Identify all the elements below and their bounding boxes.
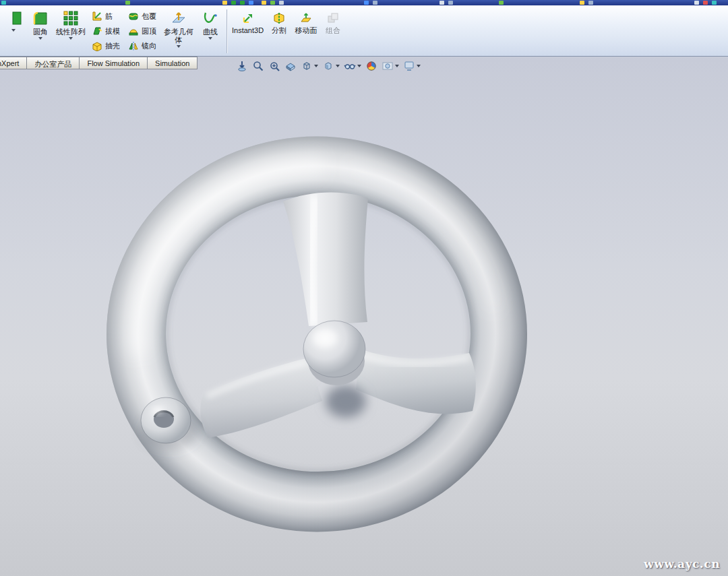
split-icon [272, 11, 286, 25]
mirror-button[interactable]: 镜向 [125, 38, 159, 53]
partial-button[interactable] [0, 7, 27, 56]
toolbar-fragment-icon[interactable] [249, 1, 253, 5]
graphics-viewport[interactable]: nXpert 办公室产品 Flow Simulation Simulation [0, 57, 728, 576]
apply-scene-button[interactable] [382, 60, 399, 72]
fillet-icon [32, 9, 49, 27]
chevron-down-icon [69, 37, 73, 40]
draft-icon [92, 26, 102, 36]
zoom-area-button[interactable] [252, 60, 264, 72]
linear-pattern-icon [62, 9, 80, 27]
toolbar-fragment-icon[interactable] [703, 1, 708, 5]
reference-geometry-button[interactable]: 参考几何体 [160, 7, 197, 56]
toolbar-fragment-icon[interactable] [364, 1, 369, 5]
button-label: 曲线 [203, 28, 218, 36]
tab-dimxpert[interactable]: nXpert [0, 57, 27, 69]
curves-button[interactable]: 曲线 [197, 7, 224, 56]
toolbar-fragment-icon[interactable] [222, 1, 227, 5]
toolbar-fragment-icon[interactable] [1, 1, 6, 5]
zoom-area-icon [252, 60, 264, 72]
menubar-strip [0, 0, 728, 5]
move-face-button[interactable]: 移动面 [293, 7, 320, 56]
tab-flow-simulation[interactable]: Flow Simulation [80, 57, 148, 69]
reference-geometry-icon [170, 9, 187, 27]
handwheel-spoke-top[interactable] [283, 192, 368, 326]
mirror-icon [128, 40, 139, 51]
shell-icon [92, 40, 102, 51]
watermark: www.ayc.cn [644, 557, 720, 571]
apply-scene-icon [382, 60, 394, 72]
button-label: 圆顶 [142, 26, 156, 36]
chevron-down-icon [208, 37, 212, 40]
toolbar-fragment-icon[interactable] [580, 1, 584, 5]
button-label: 镜向 [142, 41, 156, 51]
hide-show-items-icon [344, 60, 356, 72]
toolbar-fragment-icon[interactable] [712, 1, 717, 5]
ribbon-toolbar: 圆角 线性阵列 [0, 5, 728, 57]
chevron-down-icon [357, 65, 361, 67]
ribbon-separator [226, 9, 227, 53]
clipped-feature-icon [5, 9, 22, 27]
previous-view-button[interactable] [268, 60, 280, 72]
wrap-icon [128, 11, 139, 22]
combine-button[interactable]: 组合 [320, 7, 346, 56]
knob-highlight [152, 408, 163, 414]
toolbar-fragment-icon[interactable] [588, 1, 593, 5]
commandmanager-tabs: nXpert 办公室产品 Flow Simulation Simulation [0, 57, 198, 69]
view-settings-button[interactable] [403, 60, 421, 72]
instant3d-icon [241, 11, 255, 25]
tab-office-products[interactable]: 办公室产品 [27, 57, 80, 69]
section-view-icon [284, 60, 297, 72]
application-window: 圆角 线性阵列 [0, 0, 728, 576]
view-orientation-button[interactable] [301, 60, 318, 72]
button-label: 抽壳 [105, 41, 120, 51]
toolbar-fragment-icon[interactable] [373, 1, 377, 5]
toolbar-fragment-icon[interactable] [231, 1, 236, 5]
ribbon-small-group: 筋 拔模 抽壳 [88, 7, 124, 56]
chevron-down-icon [336, 65, 340, 67]
toolbar-fragment-icon[interactable] [694, 1, 699, 5]
display-style-button[interactable] [322, 60, 340, 72]
handwheel-hub[interactable] [303, 321, 365, 377]
draft-button[interactable]: 拔模 [89, 24, 123, 38]
display-style-icon [322, 60, 334, 72]
curves-icon [202, 9, 219, 27]
chevron-down-icon [417, 65, 421, 67]
fillet-button[interactable]: 圆角 [27, 7, 54, 56]
handwheel-spoke-left[interactable] [200, 358, 322, 438]
edit-appearance-icon [365, 60, 377, 72]
toolbar-fragment-icon[interactable] [439, 1, 444, 5]
rib-button[interactable]: 筋 [89, 9, 123, 24]
chevron-down-icon [177, 45, 181, 48]
shell-button[interactable]: 抽壳 [89, 38, 123, 53]
wrap-button[interactable]: 包覆 [125, 9, 159, 24]
button-label: 拔模 [105, 26, 120, 36]
dome-button[interactable]: 圆顶 [125, 24, 159, 38]
previous-view-icon [268, 60, 280, 72]
tab-simulation[interactable]: Simulation [148, 57, 198, 69]
spoke-highlight [311, 201, 315, 321]
toolbar-fragment-icon[interactable] [240, 1, 245, 5]
handwheel-model[interactable] [0, 57, 728, 576]
hub-shadow [326, 385, 366, 418]
instant3d-button[interactable]: Instant3D [230, 7, 266, 56]
toolbar-fragment-icon[interactable] [125, 1, 130, 5]
heads-up-view-toolbar [236, 60, 421, 72]
button-label: 组合 [326, 26, 340, 34]
zoom-fit-button[interactable] [236, 60, 248, 72]
button-label: Instant3D [232, 26, 264, 34]
section-view-button[interactable] [284, 60, 297, 72]
toolbar-fragment-icon[interactable] [499, 1, 504, 5]
hide-show-items-button[interactable] [344, 60, 361, 72]
button-label: 圆角 [33, 28, 48, 36]
split-button[interactable]: 分割 [266, 7, 293, 56]
rib-icon [92, 11, 102, 22]
zoom-fit-icon [236, 60, 248, 72]
linear-pattern-button[interactable]: 线性阵列 [54, 7, 88, 56]
toolbar-fragment-icon[interactable] [270, 1, 275, 5]
edit-appearance-button[interactable] [365, 60, 377, 72]
dome-icon [128, 26, 139, 36]
button-label: 分割 [272, 26, 286, 34]
toolbar-fragment-icon[interactable] [279, 1, 284, 5]
toolbar-fragment-icon[interactable] [262, 1, 266, 5]
toolbar-fragment-icon[interactable] [448, 1, 453, 5]
